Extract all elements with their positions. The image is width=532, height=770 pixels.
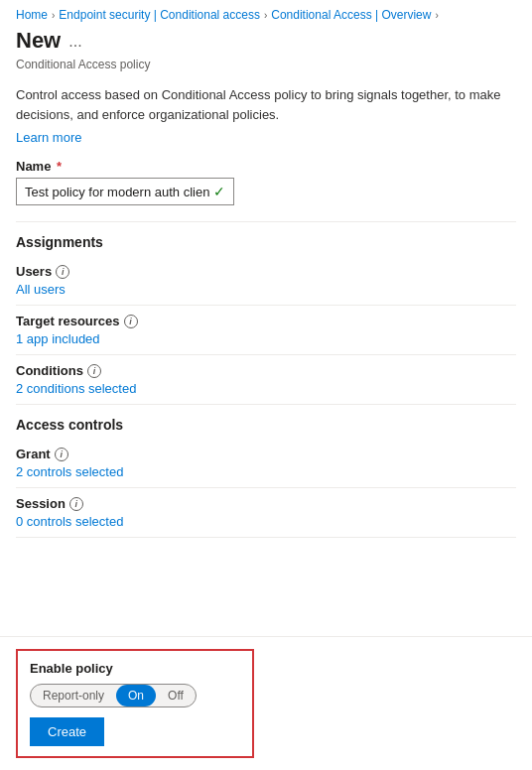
users-row[interactable]: Users i All users [16,256,516,306]
name-field-label: Name * [16,159,516,174]
page-title-row: New ... [16,28,516,56]
required-star: * [53,159,62,174]
main-content: New ... Conditional Access policy Contro… [0,28,532,637]
conditions-row[interactable]: Conditions i 2 conditions selected [16,355,516,405]
target-resources-label: Target resources i [16,314,516,328]
breadcrumb-sep-1: › [52,10,55,21]
learn-more-link[interactable]: Learn more [16,130,81,145]
grant-value[interactable]: 2 controls selected [16,464,123,479]
breadcrumb-sep-2: › [264,10,267,21]
name-input-wrapper[interactable]: ✓ [16,178,234,205]
grant-label: Grant i [16,447,516,461]
breadcrumb-endpoint[interactable]: Endpoint security | Conditional access [59,8,260,22]
footer-bar: Enable policy Report-only On Off Create [0,636,532,770]
breadcrumb-ca-overview[interactable]: Conditional Access | Overview [271,8,431,22]
name-section: Name * ✓ [16,159,516,205]
breadcrumb-home[interactable]: Home [16,8,48,22]
page-description: Control access based on Conditional Acce… [16,85,516,124]
users-value[interactable]: All users [16,282,66,297]
breadcrumb: Home › Endpoint security | Conditional a… [0,0,532,28]
grant-row[interactable]: Grant i 2 controls selected [16,439,516,488]
create-button[interactable]: Create [30,717,104,746]
session-row[interactable]: Session i 0 controls selected [16,488,516,538]
target-resources-value[interactable]: 1 app included [16,331,100,346]
name-input[interactable] [25,185,209,199]
enable-policy-label: Enable policy [30,661,240,676]
session-info-icon[interactable]: i [69,497,83,511]
assignments-section-title: Assignments [16,222,516,256]
toggle-on[interactable]: On [116,685,156,706]
page-title: New [16,28,61,54]
toggle-report-only[interactable]: Report-only [31,685,116,706]
breadcrumb-sep-3: › [435,10,438,21]
grant-info-icon[interactable]: i [55,448,68,461]
enable-policy-box: Enable policy Report-only On Off Create [16,649,254,758]
check-icon: ✓ [213,184,225,199]
more-options-button[interactable]: ... [68,33,81,51]
target-resources-info-icon[interactable]: i [124,315,138,328]
session-label: Session i [16,496,516,511]
users-label: Users i [16,264,516,279]
toggle-group[interactable]: Report-only On Off [30,684,197,707]
session-value[interactable]: 0 controls selected [16,514,123,529]
toggle-off[interactable]: Off [156,685,196,706]
conditions-info-icon[interactable]: i [87,364,101,378]
conditions-value[interactable]: 2 conditions selected [16,381,136,396]
users-info-icon[interactable]: i [56,265,69,279]
access-controls-section-title: Access controls [16,405,516,439]
conditions-label: Conditions i [16,363,516,378]
page-subtitle: Conditional Access policy [16,58,516,71]
target-resources-row[interactable]: Target resources i 1 app included [16,306,516,355]
